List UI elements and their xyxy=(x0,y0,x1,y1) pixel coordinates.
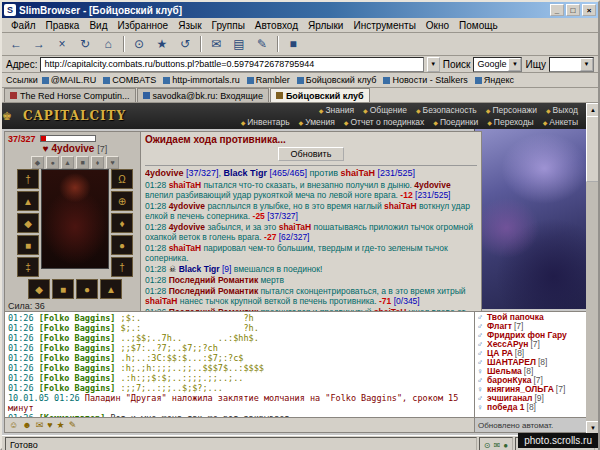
equipment-slot[interactable]: ♦ xyxy=(111,213,133,233)
stat-icon[interactable]: ♥ xyxy=(106,156,119,169)
player-row[interactable]: ♂ХессАРун[7] xyxy=(477,340,589,349)
minimize-button[interactable]: _ xyxy=(550,4,564,16)
mail-button[interactable]: ✉ xyxy=(205,35,227,53)
game-nav-item[interactable]: ◆Общение xyxy=(363,105,407,115)
equipment-slot[interactable]: ■ xyxy=(52,279,74,299)
stat-icon[interactable]: ♦ xyxy=(91,156,104,169)
links-bar-item[interactable]: Новости - Stalkers xyxy=(380,75,470,85)
chat-nick[interactable]: [Folko Baggins] xyxy=(39,333,121,343)
player-row[interactable]: ♂Твой папочка xyxy=(477,313,589,322)
chat-nick[interactable]: [Folko Baggins] xyxy=(39,363,121,373)
game-nav-item[interactable]: ◆Безопасность xyxy=(416,105,477,115)
emoticon-icon[interactable]: ★ xyxy=(57,420,65,430)
equipment-slot[interactable]: ◆ xyxy=(17,213,39,233)
menu-item[interactable]: Правка xyxy=(41,20,85,31)
scrollbar-thumb[interactable] xyxy=(586,116,598,182)
emoticon-icon[interactable]: ✎ xyxy=(69,420,77,430)
chevron-down-icon[interactable]: ▼ xyxy=(508,58,521,71)
chat-nick[interactable]: [Folko Baggins] xyxy=(39,343,121,353)
equipment-slot[interactable]: ● xyxy=(76,279,98,299)
favorites-button[interactable]: ★ xyxy=(151,35,173,53)
menu-item[interactable]: Вид xyxy=(84,20,112,31)
player-row[interactable]: ♂эчшиганал[9] xyxy=(477,394,589,403)
menu-item[interactable]: Инструменты xyxy=(348,20,420,31)
home-button[interactable]: ⌂ xyxy=(97,35,119,53)
menu-item[interactable]: Помощь xyxy=(454,20,503,31)
menu-item[interactable]: Группы xyxy=(207,20,250,31)
player-row[interactable]: ♀княгиня_ОЛЬГА[7] xyxy=(477,385,589,394)
player-row[interactable]: ♂баронКука[7] xyxy=(477,376,589,385)
emoticon-icon[interactable]: ♥ xyxy=(47,420,52,430)
back-button[interactable]: ← xyxy=(5,35,27,53)
chat-nick[interactable]: [Folko Baggins] xyxy=(39,353,121,363)
menu-item[interactable]: Ярлыки xyxy=(303,20,348,31)
menu-item[interactable]: Язык xyxy=(173,20,206,31)
stat-icon[interactable]: ● xyxy=(46,156,59,169)
edit-button[interactable]: ✎ xyxy=(251,35,273,53)
menu-item[interactable]: Файл xyxy=(6,20,41,31)
equipment-slot[interactable]: ● xyxy=(111,235,133,255)
tab[interactable]: savodka@bk.ru: Входящие xyxy=(137,88,269,102)
close-button[interactable]: × xyxy=(582,4,596,16)
vertical-scrollbar[interactable]: ▲ ▼ xyxy=(586,103,598,435)
title-bar[interactable]: S SlimBrowser - [Бойцовский клуб] _ □ × xyxy=(2,2,598,18)
player-row[interactable]: ♂ШАНТАРЕЛ[8] xyxy=(477,358,589,367)
stat-icon[interactable]: ◆ xyxy=(31,156,44,169)
scroll-up-icon[interactable]: ▲ xyxy=(586,103,598,117)
player-row[interactable]: ♂Фридрих фон Гару xyxy=(477,331,589,340)
game-nav-item[interactable]: ◆Выход xyxy=(546,105,578,115)
fullscreen-button[interactable]: ■ xyxy=(282,35,304,53)
print-button[interactable]: ▤ xyxy=(228,35,250,53)
player-row[interactable]: ♀Шельма[8] xyxy=(477,367,589,376)
game-nav-item[interactable]: ◆Инвентарь xyxy=(241,117,290,127)
history-button[interactable]: ↺ xyxy=(174,35,196,53)
chat-nick[interactable]: [Folko Baggins] xyxy=(39,373,121,383)
game-nav-item[interactable]: ◆Переходы xyxy=(487,117,534,127)
equipment-slot[interactable]: † xyxy=(111,257,133,277)
tab[interactable]: Бойцовский клуб xyxy=(270,88,370,102)
equipment-slot[interactable]: † xyxy=(17,169,39,189)
links-bar-item[interactable]: COMBATS xyxy=(100,75,159,85)
chat-nick[interactable]: [Folko Baggins] xyxy=(39,313,121,323)
maximize-button[interactable]: □ xyxy=(566,4,580,16)
links-bar-item[interactable]: http-immortals.ru xyxy=(160,75,243,85)
refresh-button[interactable]: Обновить xyxy=(278,147,345,161)
tab[interactable]: The Red Horse Computin... xyxy=(4,88,136,102)
game-nav-item[interactable]: ◆Отчет о поединках xyxy=(344,117,425,127)
stop-button[interactable]: × xyxy=(51,35,73,53)
game-nav-item[interactable]: ◆Умения xyxy=(299,117,335,127)
game-nav-item[interactable]: ◆Анкеты xyxy=(543,117,578,127)
game-nav-item[interactable]: ◆Поединки xyxy=(433,117,478,127)
equipment-slot[interactable]: Ω xyxy=(111,169,133,189)
menu-item[interactable]: Избранное xyxy=(112,20,173,31)
equipment-slot[interactable]: ▲ xyxy=(17,191,39,211)
player-row[interactable]: ♀победа 1[8] xyxy=(477,403,589,412)
links-bar-item[interactable]: Бойцовский клуб xyxy=(294,75,380,85)
equipment-slot[interactable]: ⊕ xyxy=(111,191,133,211)
equipment-slot[interactable]: ■ xyxy=(17,235,39,255)
chevron-down-icon[interactable]: ▼ xyxy=(580,58,593,71)
menu-item[interactable]: Окно xyxy=(421,20,454,31)
equipment-slot[interactable]: ▲ xyxy=(100,279,122,299)
search-engine-select[interactable]: Google ▼ xyxy=(473,57,522,72)
game-logo[interactable]: CAPITALCITY xyxy=(15,109,134,123)
address-input[interactable]: http://capitalcity.combats.ru/buttons.pl… xyxy=(40,57,423,72)
game-nav-item[interactable]: ◆Знания xyxy=(319,105,354,115)
emoticon-icon[interactable]: ☻ xyxy=(22,420,31,430)
player-row[interactable]: ♂Флагт[7] xyxy=(477,322,589,331)
stat-icon[interactable]: ■ xyxy=(76,156,89,169)
refresh-button[interactable]: ↻ xyxy=(74,35,96,53)
links-bar-item[interactable]: @MAIL.RU xyxy=(39,75,100,85)
search-button[interactable]: ⊙ xyxy=(128,35,150,53)
emoticon-icon[interactable]: ✉ xyxy=(36,420,44,430)
address-dropdown-icon[interactable]: ▼ xyxy=(427,57,440,72)
links-bar-item[interactable]: Яндекс xyxy=(472,75,517,85)
stat-icon[interactable]: ▲ xyxy=(61,156,74,169)
menu-item[interactable]: Автовход xyxy=(250,20,303,31)
emoticon-icon[interactable]: ☺ xyxy=(9,420,18,430)
chat-nick[interactable]: [Folko Baggins] xyxy=(39,383,121,393)
player-row[interactable]: ♂ЦА РА[8] xyxy=(477,349,589,358)
character-name-row[interactable]: ♥ 4ydovive [7] xyxy=(8,143,142,155)
equipment-slot[interactable]: ◆ xyxy=(28,279,50,299)
equipment-slot[interactable]: ‡ xyxy=(17,257,39,277)
